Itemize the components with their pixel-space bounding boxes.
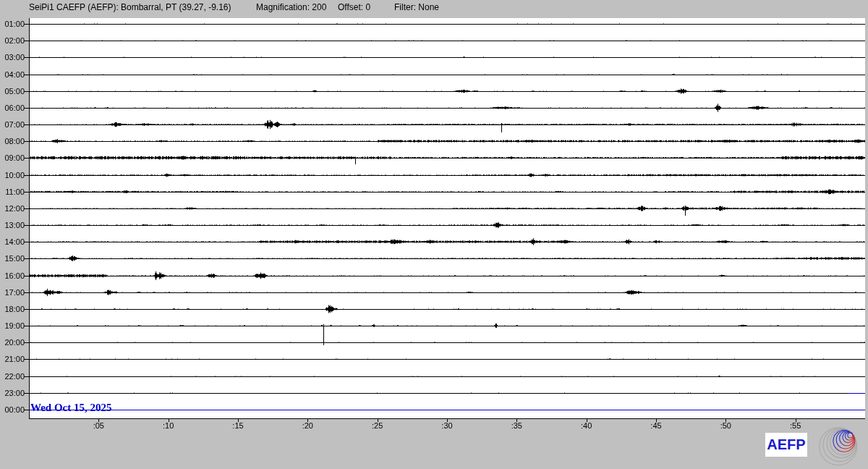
magnification-label: Magnification: 200 <box>256 2 326 12</box>
spiral-circles <box>820 428 857 465</box>
hour-label: 04:00 <box>0 70 25 79</box>
hour-label: 08:00 <box>0 137 25 145</box>
aefp-logo: AEFP <box>765 433 807 457</box>
filter-label: Filter: None <box>394 2 439 12</box>
offset-label: Offset: 0 <box>338 2 370 12</box>
hour-label: 19:00 <box>0 321 25 330</box>
hour-label: 23:00 <box>0 389 25 397</box>
hour-label: 16:00 <box>0 271 25 280</box>
minute-label: :35 <box>502 421 531 430</box>
hour-label: 06:00 <box>0 103 25 112</box>
hour-label: 11:00 <box>0 187 25 196</box>
minute-label: :40 <box>572 421 601 430</box>
seismogram-plot[interactable] <box>0 0 868 469</box>
spiral-logo-icon <box>814 424 859 469</box>
hour-label: 21:00 <box>0 355 25 363</box>
hour-label: 17:00 <box>0 288 25 297</box>
hour-label: 22:00 <box>0 372 25 381</box>
hour-label: 13:00 <box>0 221 25 229</box>
hour-label: 10:00 <box>0 171 25 179</box>
helicorder-window: SeiPi1 CAEFP (AEFP): Bombarral, PT (39.2… <box>0 0 868 469</box>
hour-label: 18:00 <box>0 305 25 313</box>
minute-label: :55 <box>781 421 810 430</box>
hour-label: 09:00 <box>0 153 25 162</box>
location-label: Bombarral, PT (39.27, -9.16) <box>121 2 231 12</box>
hour-label: 05:00 <box>0 87 25 96</box>
aefp-logo-text: AEFP <box>767 436 805 453</box>
hour-label: 12:00 <box>0 204 25 213</box>
hour-label: 20:00 <box>0 338 25 347</box>
hour-label: 00:00 <box>0 405 25 414</box>
minute-label: :50 <box>711 421 740 430</box>
hour-label: 02:00 <box>0 36 25 45</box>
minute-label: :25 <box>363 421 392 430</box>
hour-label: 03:00 <box>0 53 25 62</box>
hour-label: 07:00 <box>0 120 25 129</box>
hour-label: 14:00 <box>0 237 25 246</box>
station-label: SeiPi1 CAEFP (AEFP): <box>29 2 119 12</box>
minute-label: :05 <box>84 421 113 430</box>
minute-label: :15 <box>224 421 252 430</box>
minute-label: :20 <box>293 421 322 430</box>
minute-label: :10 <box>154 421 183 430</box>
hour-label: 01:00 <box>0 20 25 28</box>
hour-label: 15:00 <box>0 254 25 263</box>
minute-label: :30 <box>433 421 461 430</box>
minute-label: :45 <box>642 421 671 430</box>
date-label: Wed Oct 15, 2025 <box>30 402 112 414</box>
